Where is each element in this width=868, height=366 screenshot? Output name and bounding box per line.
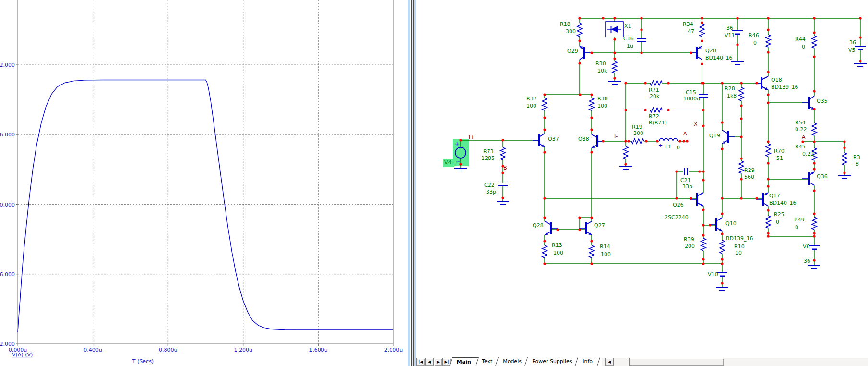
component-R38[interactable] <box>589 98 594 110</box>
schematic-label[interactable]: R45 <box>795 144 806 150</box>
schematic-label[interactable]: R18 <box>560 21 571 27</box>
component-R3[interactable] <box>842 153 847 165</box>
component-Q26[interactable] <box>690 193 703 206</box>
schematic-label[interactable]: R28 <box>725 85 735 92</box>
tab-nav-first-button[interactable]: |◀ <box>416 358 425 366</box>
schematic-label[interactable]: V10 <box>708 271 718 278</box>
schematic-label[interactable]: C16 <box>623 36 634 42</box>
schematic-label[interactable]: 36 <box>849 39 856 46</box>
component-R19[interactable] <box>631 139 644 144</box>
schematic-label[interactable]: 33p <box>682 183 692 190</box>
component-R54[interactable] <box>812 123 817 135</box>
schematic-label[interactable]: R72 <box>649 113 659 120</box>
ground-symbol[interactable] <box>716 287 728 290</box>
schematic-label[interactable]: 1000u <box>683 96 700 102</box>
schematic-label[interactable]: R10 <box>734 244 745 250</box>
component-R39[interactable] <box>701 238 706 251</box>
schematic-label[interactable]: Q27 <box>594 222 605 229</box>
schematic-label[interactable]: 0 <box>753 40 757 46</box>
tab-nav-next-button[interactable]: ▶ <box>434 358 442 366</box>
schematic-label[interactable]: 36 <box>726 25 733 31</box>
schematic-label[interactable]: 0 <box>677 145 680 151</box>
schematic-label[interactable]: 100 <box>601 251 611 257</box>
ground-symbol[interactable] <box>808 266 820 268</box>
schematic-label[interactable]: Q10 <box>725 220 737 227</box>
schematic-label[interactable]: A <box>683 131 687 137</box>
schematic-label[interactable]: 0 <box>776 219 779 225</box>
component-R34[interactable] <box>700 24 704 37</box>
schematic-label[interactable]: 0 <box>802 44 805 50</box>
ground-symbol[interactable] <box>497 202 509 205</box>
waveform-plot-canvas[interactable]: 12.0006.0000.000-6.000-12.0000.000u0.400… <box>0 0 408 366</box>
schematic-label[interactable]: Q19 <box>709 133 720 139</box>
component-V5[interactable] <box>855 46 866 49</box>
schematic-label[interactable]: R71 <box>649 87 659 93</box>
component-Q37[interactable] <box>533 134 545 147</box>
schematic-label[interactable]: 100 <box>553 250 563 256</box>
component-X1[interactable] <box>606 22 623 37</box>
schematic-label[interactable]: R14 <box>600 244 610 250</box>
schematic-label[interactable]: Q18 <box>771 77 782 83</box>
schematic-label[interactable]: 36 <box>804 258 810 264</box>
component-V6[interactable] <box>809 246 820 249</box>
component-Q29[interactable] <box>580 46 591 60</box>
component-R71[interactable] <box>650 81 662 85</box>
schematic-label[interactable]: - <box>674 142 676 148</box>
schematic-label[interactable]: C15 <box>686 89 696 96</box>
schematic-label[interactable]: Q36 <box>817 173 828 180</box>
tab-power-supplies[interactable]: Power Supplies <box>524 357 580 366</box>
component-L1[interactable] <box>659 138 678 141</box>
schematic-label[interactable]: 33p <box>486 189 496 195</box>
component-Q35[interactable] <box>802 96 814 110</box>
schematic-label[interactable]: X1 <box>624 23 631 29</box>
schematic-label[interactable]: 10k <box>597 68 607 74</box>
component-Q36[interactable] <box>802 171 814 185</box>
component-Q19[interactable] <box>722 130 735 144</box>
component-Q17[interactable] <box>756 192 768 206</box>
schematic-label[interactable]: R(R71) <box>649 120 667 126</box>
schematic-label[interactable]: R73 <box>483 148 494 155</box>
schematic-label[interactable]: Q17 <box>769 193 780 199</box>
component-R44[interactable] <box>812 36 817 48</box>
tab-nav-prev-button[interactable]: ◀ <box>425 358 434 366</box>
schematic-label[interactable]: V6 <box>803 244 810 250</box>
component-C16[interactable] <box>637 39 646 42</box>
schematic-label[interactable]: V4 <box>444 159 452 166</box>
schematic-label[interactable]: 100 <box>597 103 607 109</box>
schematic-label[interactable]: BD139_16 <box>771 84 798 90</box>
component-R13[interactable] <box>542 245 547 258</box>
schematic-label[interactable]: + <box>658 142 663 148</box>
schematic-label[interactable]: R44 <box>795 36 806 42</box>
schematic-label[interactable]: A <box>802 134 806 140</box>
schematic-label[interactable]: BD139_16 <box>726 235 753 242</box>
tab-main[interactable]: Main <box>449 357 479 366</box>
component-R72[interactable] <box>650 108 662 112</box>
component-R73[interactable] <box>500 147 505 160</box>
legend-va-link[interactable]: V(A) (V) <box>12 352 33 358</box>
schematic-label[interactable]: 2SC2240 <box>665 214 689 220</box>
component-R20[interactable] <box>623 146 628 159</box>
schematic-label[interactable]: Q37 <box>548 136 559 142</box>
schematic-label[interactable]: R19 <box>632 124 642 130</box>
schematic-label[interactable]: Q35 <box>817 98 828 104</box>
component-R25[interactable] <box>766 216 771 228</box>
schematic-label[interactable]: 1u <box>627 43 633 49</box>
schematic-label[interactable]: Q26 <box>673 202 684 208</box>
ground-symbol[interactable] <box>608 82 621 85</box>
schematic-label[interactable]: Q38 <box>578 136 589 142</box>
schematic-label[interactable]: R30 <box>595 61 606 67</box>
schematic-label[interactable]: B <box>503 165 507 171</box>
schematic-label[interactable]: 0 <box>795 224 798 231</box>
schematic-label[interactable]: C22 <box>484 182 495 188</box>
component-Q27[interactable] <box>579 221 592 235</box>
schematic-label[interactable]: R29 <box>744 167 755 173</box>
scroll-left-icon[interactable]: ◀ <box>605 358 614 366</box>
schematic-label[interactable]: 51 <box>776 155 783 161</box>
component-R37[interactable] <box>542 98 547 110</box>
component-R46[interactable] <box>766 35 771 47</box>
component-R49[interactable] <box>812 217 817 230</box>
schematic-label[interactable]: 8 <box>856 161 859 167</box>
schematic-label[interactable]: R37 <box>526 96 537 102</box>
component-R29[interactable] <box>739 161 744 173</box>
schematic-label[interactable]: 10 <box>735 250 742 256</box>
